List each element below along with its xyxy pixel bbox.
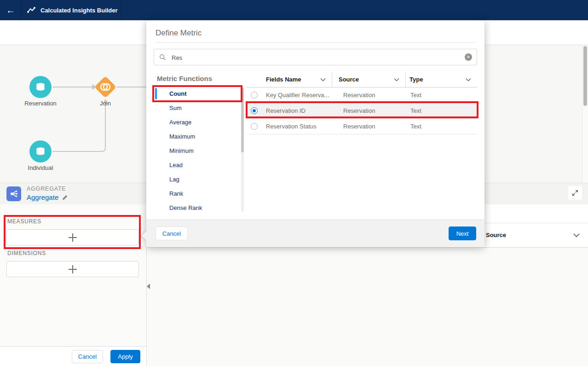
aggregate-icon: [6, 186, 21, 201]
function-label: Rank: [169, 190, 183, 197]
node-join-label: Join: [100, 100, 111, 107]
search-input[interactable]: [171, 49, 458, 66]
function-item-maximum[interactable]: Maximum: [153, 129, 241, 144]
chevron-down-icon[interactable]: [393, 76, 400, 84]
panel-cancel-button[interactable]: Cancel: [72, 350, 103, 363]
node-connectors: [0, 45, 156, 183]
app-brand: Calculated Insights Builder: [27, 0, 118, 20]
expand-panel-button[interactable]: [568, 186, 582, 200]
define-metric-dialog: Define Metric ✕ Metric Functions Count S…: [146, 20, 484, 247]
function-label: Dense Rank: [169, 204, 202, 211]
dialog-title-divider: [156, 42, 475, 43]
join-venn-icon: [99, 82, 112, 94]
metric-functions-title: Metric Functions: [157, 75, 212, 82]
chevron-down-icon[interactable]: [320, 76, 326, 84]
source-cell: Reservation: [343, 107, 410, 114]
node-reservation[interactable]: [29, 76, 52, 98]
field-row-reservation-id[interactable]: Reservation ID Reservation Text: [247, 103, 477, 119]
column-source: Source: [339, 76, 359, 83]
preview-source-column-header: Source: [486, 232, 506, 238]
dimensions-label: DIMENSIONS: [7, 250, 46, 256]
dialog-next-label: Next: [456, 230, 469, 237]
nav-divider-2: [121, 0, 121, 20]
back-arrow-icon: ←: [6, 5, 15, 16]
field-name-cell: Reservation Status: [266, 123, 331, 130]
radio-unselected[interactable]: [251, 123, 258, 130]
node-reservation-label: Reservation: [24, 100, 56, 107]
node-name: Aggregate: [27, 193, 58, 201]
field-name-cell: Key Qualifier Reserva...: [266, 92, 331, 99]
scrollbar-thumb[interactable]: [241, 88, 244, 152]
function-label: Minimum: [169, 147, 194, 154]
field-search-box: ✕: [154, 49, 477, 65]
chevron-down-icon[interactable]: [465, 76, 472, 84]
type-cell: Text: [410, 107, 421, 114]
active-indicator-bar: [155, 88, 157, 99]
field-name-cell: Reservation ID: [266, 107, 331, 114]
dialog-next-button[interactable]: Next: [449, 227, 476, 240]
collapse-panel-handle[interactable]: [147, 284, 150, 289]
chevron-down-icon[interactable]: [573, 232, 580, 240]
function-label: Lead: [169, 162, 183, 168]
aggregate-config-panel: MEASURES DIMENSIONS Cancel Apply: [0, 204, 147, 366]
function-item-minimum[interactable]: Minimum: [153, 144, 241, 158]
add-measure-button[interactable]: [6, 229, 139, 245]
function-item-average[interactable]: Average: [153, 115, 241, 129]
function-label: Sum: [169, 105, 182, 111]
function-item-lag[interactable]: Lag: [153, 172, 241, 186]
function-item-rank[interactable]: Rank: [153, 186, 241, 201]
top-navigation-bar: ← Calculated Insights Builder: [0, 0, 588, 20]
plus-icon: [67, 232, 78, 243]
preview-table-body: [147, 248, 588, 366]
app-window: ← Calculated Insights Builder Save as Dr…: [0, 0, 588, 366]
metric-functions-list: Count Sum Average Maximum Minimum Lead L…: [153, 87, 241, 215]
expand-arrows-icon: [571, 189, 579, 197]
node-individual[interactable]: [29, 140, 52, 163]
type-cell: Text: [410, 123, 421, 130]
canvas-vertical-scrollbar[interactable]: [582, 45, 588, 183]
panel-footer: Cancel Apply: [0, 346, 146, 366]
database-icon: [35, 145, 46, 157]
node-type-label: AGGREGATE: [27, 186, 66, 192]
add-dimension-button[interactable]: [6, 261, 139, 277]
function-item-lead[interactable]: Lead: [153, 158, 241, 172]
panel-cancel-label: Cancel: [78, 353, 97, 360]
type-cell: Text: [410, 92, 421, 99]
plus-icon: [67, 264, 78, 275]
fields-table: Fields Name Source Type: [247, 72, 477, 134]
function-item-sum[interactable]: Sum: [153, 101, 241, 115]
dialog-footer: Cancel Next: [146, 220, 484, 247]
app-title: Calculated Insights Builder: [40, 7, 118, 14]
column-type: Type: [409, 76, 423, 83]
function-item-dense-rank[interactable]: Dense Rank: [153, 201, 241, 215]
function-label: Lag: [169, 176, 179, 183]
nav-divider: [21, 0, 22, 20]
back-button[interactable]: ←: [0, 0, 21, 20]
database-icon: [35, 81, 46, 93]
field-row-key-qualifier[interactable]: Key Qualifier Reserva... Reservation Tex…: [247, 87, 477, 103]
field-row-reservation-status[interactable]: Reservation Status Reservation Text: [247, 119, 477, 134]
panel-apply-button[interactable]: Apply: [110, 350, 140, 363]
node-individual-label: Individual: [28, 164, 53, 171]
functions-scrollbar[interactable]: [241, 87, 244, 212]
dialog-cancel-label: Cancel: [162, 230, 181, 237]
clear-search-icon[interactable]: ✕: [465, 53, 472, 61]
search-icon: [159, 54, 166, 63]
dialog-title: Define Metric: [156, 29, 202, 38]
function-label: Maximum: [169, 133, 195, 140]
function-item-count[interactable]: Count: [153, 87, 241, 101]
radio-unselected[interactable]: [251, 92, 258, 99]
source-cell: Reservation: [343, 123, 410, 130]
fields-table-header: Fields Name Source Type: [247, 72, 477, 87]
panel-apply-label: Apply: [118, 353, 133, 360]
scrollbar-thumb[interactable]: [583, 46, 587, 106]
source-cell: Reservation: [343, 92, 410, 99]
radio-selected[interactable]: [251, 107, 258, 114]
function-label: Count: [169, 90, 187, 97]
measures-label: MEASURES: [7, 218, 41, 225]
insights-chart-icon: [27, 6, 36, 14]
dialog-cancel-button[interactable]: Cancel: [156, 227, 188, 240]
column-fields-name: Fields Name: [266, 76, 301, 83]
edit-pencil-icon[interactable]: [62, 194, 68, 201]
function-label: Average: [169, 119, 191, 126]
